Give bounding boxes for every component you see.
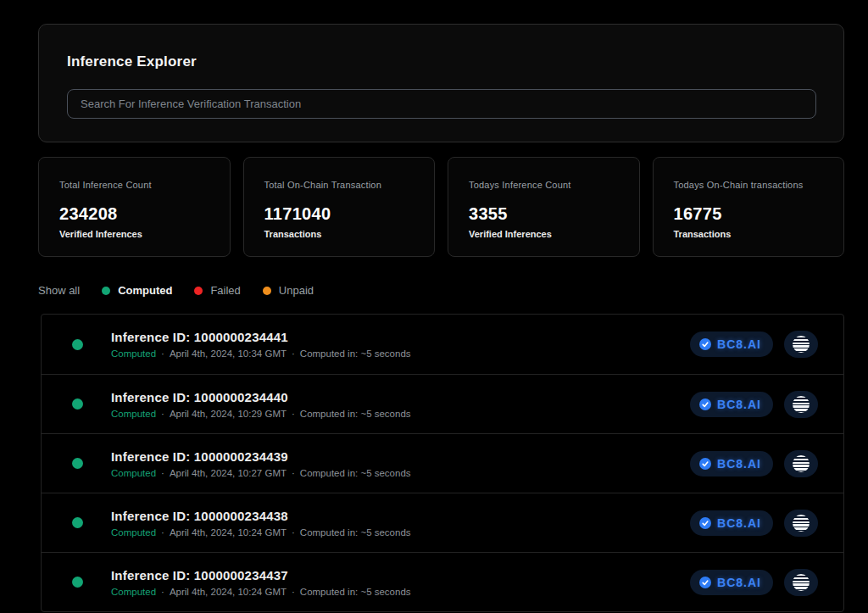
separator: · xyxy=(161,527,164,538)
timestamp: April 4th, 2024, 10:27 GMT xyxy=(170,468,287,478)
status-dot-icon xyxy=(72,458,83,469)
search-input[interactable] xyxy=(67,89,816,119)
row-badges: BC8.AI xyxy=(690,391,818,418)
filter-chip-failed[interactable]: Failed xyxy=(194,284,240,297)
status-dot-icon xyxy=(72,517,83,528)
stat-sublabel: Verified Inferences xyxy=(59,229,221,239)
provider-button[interactable] xyxy=(784,569,818,596)
separator: · xyxy=(161,587,164,597)
verified-check-icon xyxy=(699,517,711,529)
striped-sphere-icon xyxy=(793,574,810,591)
verified-check-icon xyxy=(699,398,711,410)
separator: · xyxy=(161,468,164,478)
filter-chip-unpaid[interactable]: Unpaid xyxy=(263,284,314,297)
stat-label: Todays Inference Count xyxy=(469,180,631,190)
bc8-ai-badge[interactable]: BC8.AI xyxy=(690,451,773,476)
bc8-ai-label: BC8.AI xyxy=(717,576,761,589)
separator: · xyxy=(161,348,164,359)
status-dot-icon xyxy=(72,577,83,588)
bc8-ai-label: BC8.AI xyxy=(717,398,761,411)
filter-chip-label: Failed xyxy=(210,284,240,297)
duration: Computed in: ~5 seconds xyxy=(300,587,411,597)
status-text: Computed xyxy=(111,587,156,597)
stat-label: Total On-Chain Transaction xyxy=(264,180,426,190)
striped-sphere-icon xyxy=(793,515,810,532)
inference-meta: Computed · April 4th, 2024, 10:27 GMT · … xyxy=(111,468,411,478)
inference-row[interactable]: Inference ID: 1000000234440 Computed · A… xyxy=(42,374,843,433)
stat-card-todays-onchain-transactions: Todays On-Chain transactions 16775 Trans… xyxy=(653,157,845,257)
inference-id: Inference ID: 1000000234438 xyxy=(111,509,411,523)
row-badges: BC8.AI xyxy=(690,569,818,596)
inference-id: Inference ID: 1000000234439 xyxy=(111,449,411,464)
bc8-ai-badge[interactable]: BC8.AI xyxy=(690,332,773,357)
row-text: Inference ID: 1000000234437 Computed · A… xyxy=(111,568,411,597)
status-text: Computed xyxy=(111,409,156,419)
filter-chip-label: Unpaid xyxy=(279,284,314,297)
inference-id: Inference ID: 1000000234440 xyxy=(111,390,411,404)
stat-card-total-onchain-transaction: Total On-Chain Transaction 1171040 Trans… xyxy=(243,157,436,257)
status-dot-icon xyxy=(72,398,83,410)
inference-explorer-page: Inference Explorer Total Inference Count… xyxy=(0,0,868,612)
filter-chip-computed[interactable]: Computed xyxy=(102,284,172,297)
provider-button[interactable] xyxy=(784,510,818,537)
filter-chip-label: Computed xyxy=(118,284,172,297)
stat-label: Todays On-Chain transactions xyxy=(674,180,836,190)
inference-row[interactable]: Inference ID: 1000000234439 Computed · A… xyxy=(42,433,843,493)
status-text: Computed xyxy=(111,348,156,359)
bc8-ai-badge[interactable]: BC8.AI xyxy=(690,392,773,417)
timestamp: April 4th, 2024, 10:24 GMT xyxy=(170,587,287,597)
verified-check-icon xyxy=(699,338,711,350)
inference-row[interactable]: Inference ID: 1000000234438 Computed · A… xyxy=(42,493,843,552)
timestamp: April 4th, 2024, 10:29 GMT xyxy=(170,409,287,419)
row-badges: BC8.AI xyxy=(690,450,818,477)
duration: Computed in: ~5 seconds xyxy=(300,409,411,419)
computed-dot-icon xyxy=(102,287,110,295)
filter-bar: Show all Computed Failed Unpaid xyxy=(38,284,844,297)
status-text: Computed xyxy=(111,468,156,478)
separator: · xyxy=(292,468,295,478)
verified-check-icon xyxy=(699,577,711,588)
separator: · xyxy=(292,587,295,597)
inference-id: Inference ID: 1000000234441 xyxy=(111,330,411,344)
inference-meta: Computed · April 4th, 2024, 10:29 GMT · … xyxy=(111,409,411,419)
provider-button[interactable] xyxy=(784,391,818,418)
inference-row[interactable]: Inference ID: 1000000234437 Computed · A… xyxy=(42,552,843,611)
timestamp: April 4th, 2024, 10:34 GMT xyxy=(170,348,287,359)
provider-button[interactable] xyxy=(784,450,818,477)
provider-button[interactable] xyxy=(784,331,818,358)
row-text: Inference ID: 1000000234440 Computed · A… xyxy=(111,390,411,419)
inference-list: Inference ID: 1000000234441 Computed · A… xyxy=(41,314,844,612)
stat-value: 234208 xyxy=(59,204,221,224)
row-text: Inference ID: 1000000234438 Computed · A… xyxy=(111,509,411,538)
status-dot-icon xyxy=(72,339,83,350)
stat-sublabel: Verified Inferences xyxy=(469,229,631,239)
stat-value: 3355 xyxy=(469,204,631,224)
inference-id: Inference ID: 1000000234437 xyxy=(111,568,411,582)
filter-show-all[interactable]: Show all xyxy=(38,284,80,297)
stat-sublabel: Transactions xyxy=(264,229,426,239)
duration: Computed in: ~5 seconds xyxy=(300,527,411,538)
bc8-ai-badge[interactable]: BC8.AI xyxy=(690,570,773,595)
row-badges: BC8.AI xyxy=(690,510,818,537)
stat-card-todays-inference-count: Todays Inference Count 3355 Verified Inf… xyxy=(448,157,640,257)
striped-sphere-icon xyxy=(793,396,810,413)
striped-sphere-icon xyxy=(793,455,810,472)
inference-meta: Computed · April 4th, 2024, 10:24 GMT · … xyxy=(111,527,411,538)
duration: Computed in: ~5 seconds xyxy=(300,468,411,478)
stat-sublabel: Transactions xyxy=(674,229,836,239)
inference-row[interactable]: Inference ID: 1000000234441 Computed · A… xyxy=(42,315,843,374)
inference-meta: Computed · April 4th, 2024, 10:24 GMT · … xyxy=(111,587,411,597)
inference-meta: Computed · April 4th, 2024, 10:34 GMT · … xyxy=(111,348,411,359)
stat-label: Total Inference Count xyxy=(59,180,221,190)
page-title: Inference Explorer xyxy=(67,53,816,70)
stat-value: 16775 xyxy=(674,204,836,224)
bc8-ai-badge[interactable]: BC8.AI xyxy=(690,510,773,536)
row-text: Inference ID: 1000000234441 Computed · A… xyxy=(111,330,411,359)
striped-sphere-icon xyxy=(793,336,810,353)
bc8-ai-label: BC8.AI xyxy=(717,516,761,530)
stat-card-total-inference-count: Total Inference Count 234208 Verified In… xyxy=(38,157,231,257)
separator: · xyxy=(292,527,295,538)
header-card: Inference Explorer xyxy=(38,24,844,142)
verified-check-icon xyxy=(699,458,711,470)
separator: · xyxy=(292,348,295,359)
